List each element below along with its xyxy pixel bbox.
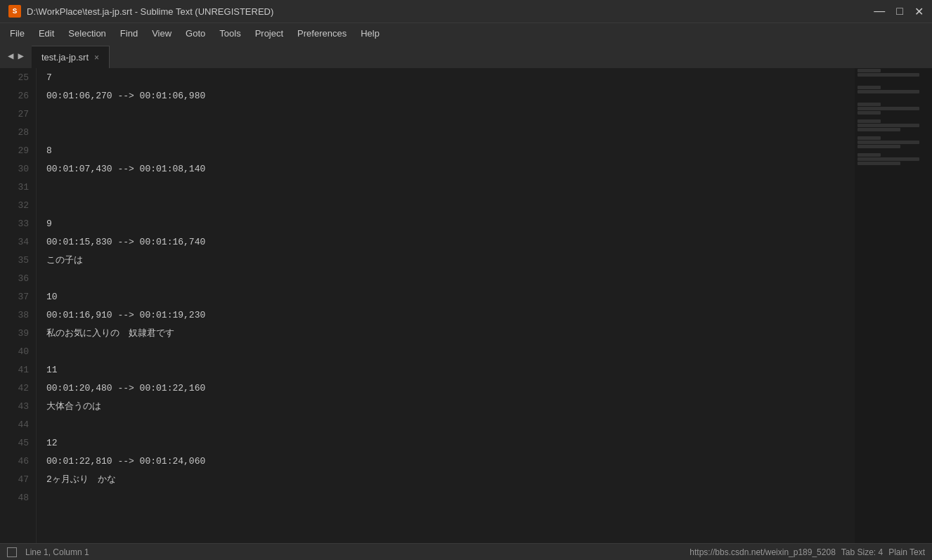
- minimap-line-42: [857, 141, 919, 144]
- close-button[interactable]: ✕: [914, 5, 924, 18]
- tab-nav: ◀ ▶: [0, 44, 32, 68]
- line-number-34: 34: [0, 233, 36, 251]
- minimap-line-46: [857, 157, 919, 161]
- code-line-48: [46, 488, 855, 507]
- line-number-46: 46: [0, 452, 36, 470]
- line-number-28: 28: [0, 123, 36, 141]
- code-line-37: 10: [46, 287, 855, 306]
- line-number-27: 27: [0, 105, 36, 123]
- code-line-29: 8: [46, 141, 855, 159]
- tab-bar-wrapper: ◀ ▶ test.ja-jp.srt ×: [0, 44, 932, 68]
- line-number-29: 29: [0, 141, 36, 159]
- line-number-45: 45: [0, 434, 36, 452]
- editor-container: 2526272829303132333435363738394041424344…: [0, 68, 932, 543]
- menu-item-tools[interactable]: Tools: [212, 25, 247, 41]
- tab-size[interactable]: Tab Size: 4: [841, 547, 883, 557]
- line-number-48: 48: [0, 488, 36, 507]
- line-number-26: 26: [0, 86, 36, 105]
- status-right: https://bbs.csdn.net/weixin_p189_5208 Ta…: [690, 547, 925, 557]
- menu-item-find[interactable]: Find: [113, 25, 145, 41]
- menu-item-file[interactable]: File: [3, 25, 32, 41]
- code-line-45: 12: [46, 434, 855, 452]
- minimap-line-41: [857, 136, 881, 140]
- code-line-26: 00:01:06,270 --> 00:01:06,980: [46, 86, 855, 105]
- minimap-line-40: [857, 132, 929, 136]
- minimap-line-33: [857, 103, 881, 106]
- line-number-44: 44: [0, 415, 36, 434]
- minimap-line-26: [857, 73, 919, 77]
- tab-close-button[interactable]: ×: [94, 53, 99, 63]
- code-line-32: [46, 196, 855, 214]
- minimap-line-44: [857, 149, 929, 152]
- status-left: Line 1, Column 1: [7, 547, 89, 557]
- menu-item-edit[interactable]: Edit: [32, 25, 61, 41]
- tab-filename: test.ja-jp.srt: [41, 52, 89, 63]
- code-line-36: [46, 269, 855, 287]
- menu-item-project[interactable]: Project: [248, 25, 290, 41]
- file-type[interactable]: Plain Text: [888, 547, 925, 557]
- tab-nav-left[interactable]: ◀: [6, 48, 15, 63]
- code-line-30: 00:01:07,430 --> 00:01:08,140: [46, 159, 855, 178]
- app-icon: S: [8, 5, 21, 18]
- line-numbers: 2526272829303132333435363738394041424344…: [0, 68, 37, 543]
- minimap-line-47: [857, 162, 900, 165]
- line-number-38: 38: [0, 306, 36, 324]
- line-number-39: 39: [0, 324, 36, 342]
- menu-item-goto[interactable]: Goto: [179, 25, 212, 41]
- status-icon: [7, 547, 17, 557]
- code-line-46: 00:01:22,810 --> 00:01:24,060: [46, 452, 855, 470]
- minimap-line-25: [857, 69, 881, 72]
- minimap-line-28: [857, 82, 929, 85]
- line-number-37: 37: [0, 287, 36, 306]
- status-link[interactable]: https://bbs.csdn.net/weixin_p189_5208: [690, 547, 835, 557]
- code-line-31: [46, 178, 855, 196]
- line-number-40: 40: [0, 342, 36, 360]
- code-line-33: 9: [46, 214, 855, 233]
- code-line-40: [46, 342, 855, 360]
- minimap-line-32: [857, 98, 929, 102]
- minimap-line-31: [857, 94, 929, 98]
- code-line-25: 7: [46, 68, 855, 86]
- active-tab[interactable]: test.ja-jp.srt ×: [32, 46, 110, 68]
- minimap-line-29: [857, 86, 881, 89]
- code-line-42: 00:01:20,480 --> 00:01:22,160: [46, 379, 855, 397]
- minimap-line-39: [857, 128, 900, 131]
- line-number-32: 32: [0, 196, 36, 214]
- code-line-28: [46, 123, 855, 141]
- code-area[interactable]: 700:01:06,270 --> 00:01:06,980 800:01:07…: [37, 68, 855, 543]
- menu-item-preferences[interactable]: Preferences: [290, 25, 354, 41]
- line-number-42: 42: [0, 379, 36, 397]
- code-line-35: この子は: [46, 251, 855, 269]
- menu-item-help[interactable]: Help: [354, 25, 387, 41]
- minimap: [855, 68, 932, 543]
- title-text: D:\WorkPlace\test.ja-jp.srt - Sublime Te…: [27, 6, 273, 17]
- code-line-47: 2ヶ月ぶり かな: [46, 470, 855, 488]
- line-number-47: 47: [0, 470, 36, 488]
- minimap-line-43: [857, 145, 900, 148]
- minimap-line-34: [857, 107, 919, 110]
- minimap-line-30: [857, 90, 919, 93]
- cursor-position: Line 1, Column 1: [25, 547, 89, 557]
- maximize-button[interactable]: □: [896, 5, 903, 18]
- line-number-43: 43: [0, 397, 36, 415]
- tab-nav-right[interactable]: ▶: [15, 48, 25, 63]
- line-number-33: 33: [0, 214, 36, 233]
- minimize-button[interactable]: —: [874, 5, 885, 18]
- code-line-38: 00:01:16,910 --> 00:01:19,230: [46, 306, 855, 324]
- minimap-line-38: [857, 124, 919, 127]
- code-line-34: 00:01:15,830 --> 00:01:16,740: [46, 233, 855, 251]
- code-line-44: [46, 415, 855, 434]
- line-number-35: 35: [0, 251, 36, 269]
- menu-item-selection[interactable]: Selection: [61, 25, 112, 41]
- minimap-line-48: [857, 166, 929, 169]
- status-bar: Line 1, Column 1 https://bbs.csdn.net/we…: [0, 543, 932, 560]
- code-line-39: 私のお気に入りの 奴隷君です: [46, 324, 855, 342]
- title-bar: S D:\WorkPlace\test.ja-jp.srt - Sublime …: [0, 0, 932, 22]
- menu-bar: FileEditSelectionFindViewGotoToolsProjec…: [0, 22, 932, 44]
- line-number-41: 41: [0, 360, 36, 379]
- menu-item-view[interactable]: View: [145, 25, 179, 41]
- minimap-line-45: [857, 153, 881, 157]
- line-number-30: 30: [0, 159, 36, 178]
- line-number-25: 25: [0, 68, 36, 86]
- line-number-31: 31: [0, 178, 36, 196]
